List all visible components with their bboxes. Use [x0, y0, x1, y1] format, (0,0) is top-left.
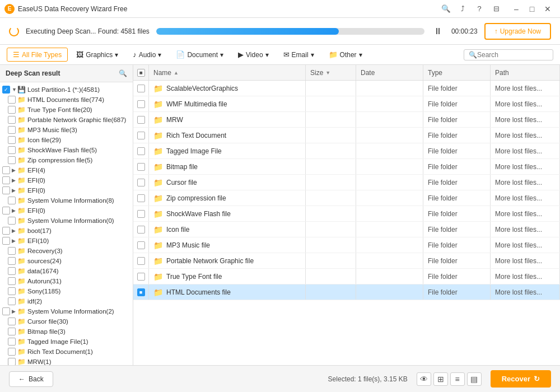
tree-item-boot[interactable]: ▶ 📁 boot(17): [0, 226, 133, 236]
row-checkbox[interactable]: [137, 194, 145, 202]
table-row[interactable]: 📁 WMF Multimedia file File folder More l…: [133, 96, 560, 112]
sony-checkbox[interactable]: [8, 287, 16, 295]
row-checkbox[interactable]: [137, 85, 145, 92]
detail-view-button[interactable]: ▤: [467, 372, 482, 386]
tree-item-bitmap[interactable]: 📁 Bitmap file(3): [8, 326, 133, 337]
upgrade-button[interactable]: ↑ Upgrade Now: [484, 23, 551, 40]
tree-item-mp3[interactable]: 📁 MP3 Music file(3): [8, 125, 133, 135]
row-checkbox[interactable]: [137, 100, 145, 108]
table-row[interactable]: 📁 ScalableVectorGraphics File folder Mor…: [133, 81, 560, 96]
maximize-button[interactable]: □: [524, 3, 540, 15]
recover-button[interactable]: Recover ↻: [491, 370, 551, 388]
tree-item-efi10[interactable]: ▶ 📁 EFI(10): [0, 236, 133, 246]
graphics-filter-button[interactable]: 🖼 Graphics ▾: [70, 48, 124, 62]
tree-item-sysvolinfo3[interactable]: ▶ 📁 System Volume Information(2): [0, 306, 133, 316]
efi10-expand-icon[interactable]: ▶: [12, 238, 17, 244]
efi4-checkbox[interactable]: [2, 207, 10, 214]
table-row[interactable]: 📁 Bitmap file File folder More lost file…: [133, 159, 560, 175]
png-checkbox[interactable]: [8, 116, 16, 124]
document-filter-button[interactable]: 📄 Document ▾: [170, 48, 230, 62]
table-row[interactable]: 📁 ShockWave Flash file File folder More …: [133, 206, 560, 222]
tree-item-sysvolinfo1[interactable]: 📁 System Volume Information(8): [0, 195, 133, 206]
tree-item-icon[interactable]: 📁 Icon file(29): [8, 135, 133, 145]
table-row[interactable]: 📁 Zip compression file File folder More …: [133, 190, 560, 206]
row-checkbox-cell[interactable]: [133, 206, 149, 221]
row-checkbox-cell[interactable]: ■: [133, 284, 149, 300]
table-row[interactable]: 📁 Tagged Image File File folder More los…: [133, 143, 560, 159]
tree-item-cursor[interactable]: 📁 Cursor file(30): [8, 316, 133, 326]
audio-filter-button[interactable]: ♪ Audio ▾: [127, 48, 167, 62]
col-header-size[interactable]: Size ▼: [306, 65, 356, 80]
settings-icon-btn[interactable]: ⊟: [488, 3, 504, 15]
html-checkbox[interactable]: [8, 96, 16, 104]
search-icon-btn[interactable]: 🔍: [438, 3, 454, 15]
root-checkbox[interactable]: ✓: [2, 86, 10, 94]
tree-item-tagged[interactable]: 📁 Tagged Image File(1): [8, 337, 133, 347]
efi10-checkbox[interactable]: [2, 237, 10, 245]
boot-checkbox[interactable]: [2, 227, 10, 235]
boot-expand-icon[interactable]: ▶: [12, 228, 17, 234]
sysvolinfo3-expand-icon[interactable]: ▶: [12, 309, 17, 314]
col-header-checkbox[interactable]: ■: [133, 65, 149, 80]
efi2-expand-icon[interactable]: ▶: [12, 178, 17, 183]
minimize-button[interactable]: –: [508, 3, 524, 15]
row-checkbox[interactable]: [137, 179, 145, 186]
sysvolinfo1-checkbox[interactable]: [8, 197, 16, 204]
row-checkbox[interactable]: [137, 147, 145, 155]
close-button[interactable]: ✕: [540, 3, 556, 15]
other-filter-button[interactable]: 📁 Other ▾: [323, 48, 368, 62]
tree-item-efi3[interactable]: ▶ 📁 EFI(0): [0, 185, 133, 195]
row-checkbox-cell[interactable]: [133, 175, 149, 190]
row-checkbox-cell[interactable]: [133, 237, 149, 253]
row-checkbox[interactable]: [137, 116, 145, 124]
tree-item-recovery[interactable]: 📁 Recovery(3): [0, 246, 133, 256]
row-checkbox[interactable]: ■: [137, 288, 145, 296]
row-checkbox-cell[interactable]: [133, 190, 149, 206]
all-file-types-button[interactable]: ☰ All File Types: [7, 48, 68, 62]
tree-item-zip[interactable]: 📁 Zip compression file(5): [8, 155, 133, 165]
col-header-type[interactable]: Type: [423, 65, 491, 80]
tree-item-efi2[interactable]: ▶ 📁 EFI(0): [0, 175, 133, 185]
mp3-checkbox[interactable]: [8, 126, 16, 134]
table-row[interactable]: 📁 MP3 Music file File folder More lost f…: [133, 237, 560, 253]
data-checkbox[interactable]: [8, 267, 16, 275]
tree-item-idf[interactable]: 📁 idf(2): [0, 296, 133, 306]
col-header-date[interactable]: Date: [356, 65, 423, 80]
search-box[interactable]: 🔍: [464, 49, 553, 60]
tree-item-autorun[interactable]: 📁 Autorun(31): [0, 276, 133, 286]
search-input[interactable]: [477, 51, 550, 59]
zip-checkbox[interactable]: [8, 156, 16, 164]
tree-item-sony[interactable]: 📁 Sony(1185): [0, 286, 133, 296]
tree-item-root[interactable]: ✓ ▼ 💾 Lost Partition-1 (*:)(4581): [0, 85, 133, 95]
icon-checkbox[interactable]: [8, 136, 16, 144]
tree-item-html[interactable]: 📁 HTML Documents file(774): [8, 95, 133, 105]
tree-item-data[interactable]: 📁 data(1674): [0, 266, 133, 276]
cursor-checkbox[interactable]: [8, 318, 16, 325]
list-view-button[interactable]: ≡: [450, 372, 465, 386]
table-row[interactable]: 📁 Rich Text Document File folder More lo…: [133, 128, 560, 143]
efi2-checkbox[interactable]: [2, 176, 10, 184]
preview-view-button[interactable]: 👁: [417, 372, 431, 386]
table-row[interactable]: ■ 📁 HTML Documents file File folder More…: [133, 284, 560, 300]
tree-item-png[interactable]: 📁 Portable Network Graphic file(687): [8, 115, 133, 125]
row-checkbox[interactable]: [137, 226, 145, 234]
row-checkbox-cell[interactable]: [133, 96, 149, 111]
swf-checkbox[interactable]: [8, 146, 16, 154]
efi3-expand-icon[interactable]: ▶: [12, 188, 17, 193]
sysvolinfo2-checkbox[interactable]: [8, 217, 16, 225]
efi3-checkbox[interactable]: [2, 186, 10, 194]
recovery-checkbox[interactable]: [8, 247, 16, 255]
back-button[interactable]: ← Back: [9, 371, 53, 387]
sources-checkbox[interactable]: [8, 257, 16, 265]
tree-item-mrw[interactable]: 📁 MRW(1): [8, 357, 133, 365]
pause-icon[interactable]: ⏸: [433, 26, 442, 36]
ttf-checkbox[interactable]: [8, 106, 16, 114]
tree-item-efi4[interactable]: ▶ 📁 EFI(0): [0, 206, 133, 216]
tree-item-ttf[interactable]: 📁 True Type Font file(20): [8, 105, 133, 115]
row-checkbox-cell[interactable]: [133, 112, 149, 127]
mrw-checkbox[interactable]: [8, 358, 16, 365]
col-header-name[interactable]: Name ▲: [149, 65, 306, 80]
video-filter-button[interactable]: ▶ Video ▾: [232, 48, 274, 62]
row-checkbox-cell[interactable]: [133, 253, 149, 268]
share-icon-btn[interactable]: ⤴: [455, 3, 470, 15]
